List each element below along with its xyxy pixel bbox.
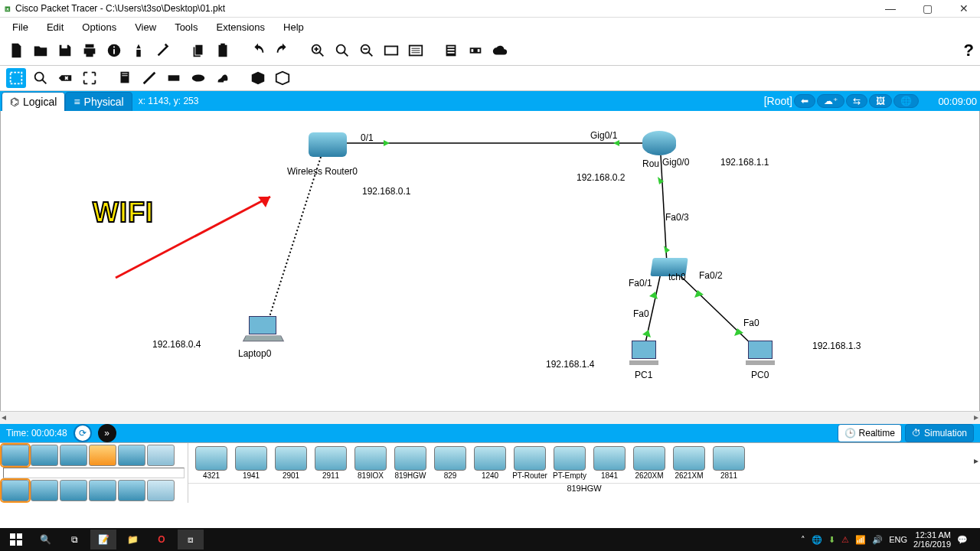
taskbar-app-opera[interactable]: O — [149, 530, 175, 549]
device-chip-4321[interactable]: 4321 — [193, 446, 230, 480]
task-view-icon[interactable]: ⧉ — [61, 530, 87, 549]
taskbar-app-sublime[interactable]: 📝 — [90, 530, 116, 549]
logical-view-button[interactable]: ⌬ Logical — [2, 92, 65, 112]
network-controller-icon[interactable] — [466, 41, 485, 60]
line-icon[interactable] — [139, 68, 159, 88]
realtime-mode-button[interactable]: 🕒 Realtime — [838, 424, 902, 442]
simulation-mode-button[interactable]: ⏱ Simulation — [905, 424, 974, 442]
tray-warning-icon[interactable]: ⚠ — [841, 535, 849, 545]
tray-idm-icon[interactable]: ⬇ — [828, 535, 835, 545]
note-icon[interactable] — [115, 68, 135, 88]
rectangle-icon[interactable] — [164, 68, 184, 88]
network-info-icon[interactable] — [104, 41, 124, 60]
wizard-icon[interactable] — [153, 41, 173, 60]
copy-icon[interactable] — [188, 41, 208, 60]
menu-help[interactable]: Help — [276, 20, 312, 34]
cat-multiuser[interactable] — [147, 445, 175, 466]
subcat-routers[interactable] — [2, 480, 29, 501]
new-cluster-button[interactable]: ☁⁺ — [817, 94, 844, 108]
viewport-button[interactable]: 🌐 — [893, 94, 919, 108]
custom-device-icon[interactable] — [406, 41, 426, 60]
device-chip-1841[interactable]: 1841 — [591, 446, 628, 480]
device-chip-829[interactable]: 829 — [432, 446, 469, 480]
save-icon[interactable] — [55, 41, 75, 60]
minimize-button[interactable]: ― — [879, 2, 902, 15]
nav-back-button[interactable]: ⬅ — [794, 94, 815, 108]
device-chip-2811[interactable]: 2811 — [710, 446, 747, 480]
device-chip-2901[interactable]: 2901 — [273, 446, 309, 480]
device-wireless-router[interactable] — [309, 132, 347, 157]
close-button[interactable]: ✕ — [952, 2, 975, 15]
search-icon[interactable]: 🔍 — [32, 530, 58, 549]
device-item-row[interactable]: 4321194129012911819IOX819HGW8291240PT-Ro… — [188, 443, 980, 483]
device-chip-1941[interactable]: 1941 — [233, 446, 270, 480]
device-pc0[interactable] — [745, 341, 776, 368]
tray-network-icon[interactable]: 🌐 — [812, 535, 822, 545]
device-chip-2621xm[interactable]: 2621XM — [671, 446, 707, 480]
menu-tools[interactable]: Tools — [167, 20, 205, 34]
maximize-button[interactable]: ▢ — [916, 2, 939, 15]
new-file-icon[interactable] — [6, 41, 26, 60]
freeform-icon[interactable] — [213, 68, 233, 88]
paste-icon[interactable] — [213, 41, 233, 60]
device-chip-pt-empty[interactable]: PT-Empty — [551, 446, 588, 480]
device-chip-2911[interactable]: 2911 — [312, 446, 349, 480]
tray-time[interactable]: 12:31 AM — [913, 530, 951, 540]
cloud-icon[interactable] — [490, 41, 510, 60]
select-tool-icon[interactable] — [6, 68, 26, 88]
menu-extensions[interactable]: Extensions — [208, 20, 273, 34]
subcat-switches[interactable] — [31, 480, 58, 501]
redo-icon[interactable] — [273, 41, 292, 60]
menu-view[interactable]: View — [127, 20, 164, 34]
physical-view-button[interactable]: ≡ Physical — [65, 92, 132, 112]
tray-date[interactable]: 2/16/2019 — [913, 540, 951, 549]
tray-language[interactable]: ENG — [889, 535, 907, 544]
device-chip-2620xm[interactable]: 2620XM — [631, 446, 668, 480]
print-icon[interactable] — [80, 41, 100, 60]
tray-volume-icon[interactable]: 🔊 — [872, 535, 883, 545]
inspect-icon[interactable] — [31, 68, 51, 88]
zoom-in-icon[interactable] — [308, 41, 328, 60]
cat-misc[interactable] — [118, 445, 145, 466]
device-chip-819iox[interactable]: 819IOX — [352, 446, 389, 480]
tray-chevron-icon[interactable]: ˄ — [801, 535, 805, 545]
menu-file[interactable]: File — [5, 20, 36, 34]
cat-components[interactable] — [60, 445, 87, 466]
zoom-reset-icon[interactable] — [332, 41, 352, 60]
cat-network-devices[interactable] — [2, 445, 29, 466]
tray-notifications-icon[interactable]: 💬 — [957, 535, 968, 545]
subcat-wireless[interactable] — [89, 480, 116, 501]
fast-forward-button[interactable]: » — [98, 424, 116, 442]
root-breadcrumb[interactable]: [Root] — [764, 95, 792, 107]
zoom-out-icon[interactable] — [357, 41, 377, 60]
workspace-canvas[interactable]: Wireless Router0 0/1 192.168.0.1 Gig0/1 … — [0, 111, 980, 411]
start-button[interactable] — [3, 530, 29, 549]
set-background-button[interactable]: 🖼 — [869, 94, 892, 108]
tray-wifi-icon[interactable]: 📶 — [855, 535, 866, 545]
drawing-palette-icon[interactable] — [381, 41, 401, 60]
device-chip-pt-router[interactable]: PT-Router — [511, 446, 548, 480]
device-chip-819hgw[interactable]: 819HGW — [392, 446, 429, 480]
taskbar-app-explorer[interactable]: 📁 — [119, 530, 145, 549]
subcat-hubs[interactable] — [60, 480, 87, 501]
ellipse-icon[interactable] — [188, 68, 208, 88]
resize-icon[interactable] — [80, 68, 100, 88]
device-router[interactable] — [642, 131, 676, 155]
device-chip-1240[interactable]: 1240 — [472, 446, 508, 480]
undo-icon[interactable] — [248, 41, 268, 60]
complex-pdu-icon[interactable] — [273, 68, 292, 88]
device-laptop[interactable] — [244, 316, 281, 341]
cat-end-devices[interactable] — [31, 445, 58, 466]
scroll-right-icon[interactable]: ▸ — [974, 455, 978, 466]
power-cycle-button[interactable]: ⟳ — [74, 424, 92, 442]
canvas-scrollbar[interactable]: ◂▸ — [0, 411, 980, 424]
cat-connections[interactable] — [89, 445, 116, 466]
subcat-security[interactable] — [118, 480, 145, 501]
taskbar-app-packettracer[interactable]: ⧈ — [178, 530, 204, 549]
menu-edit[interactable]: Edit — [39, 20, 71, 34]
delete-icon[interactable] — [55, 68, 75, 88]
category-search[interactable] — [3, 468, 185, 478]
move-object-button[interactable]: ⇆ — [846, 94, 867, 108]
device-pc1[interactable] — [629, 341, 659, 368]
menu-options[interactable]: Options — [74, 20, 124, 34]
